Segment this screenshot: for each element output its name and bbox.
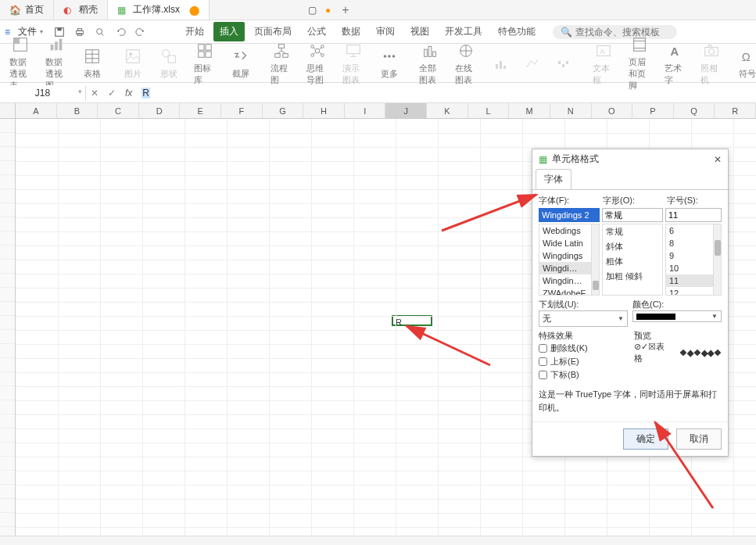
tab-document[interactable]: 工作簿.xlsx⬤ (108, 0, 210, 20)
row-header[interactable] (0, 358, 15, 372)
grp-present-chart[interactable]: 演示图表 (338, 39, 369, 88)
row-header[interactable] (0, 217, 15, 231)
font-input[interactable] (539, 208, 600, 222)
grp-shapes[interactable]: 形状 (153, 45, 185, 81)
list-item[interactable]: Wingdin… (539, 274, 599, 287)
list-item[interactable]: ZWAdobeF (539, 287, 599, 296)
formula-input[interactable]: R (137, 85, 756, 101)
column-header[interactable]: H (303, 103, 345, 118)
size-list[interactable]: 6 8 9 10 11 12 (665, 224, 722, 296)
tab-daoke[interactable]: 稻壳 (54, 0, 108, 20)
column-header[interactable]: I (345, 103, 386, 118)
row-header[interactable] (0, 161, 15, 175)
column-header[interactable]: O (592, 103, 633, 118)
row-header[interactable] (0, 428, 15, 443)
grp-online-charts[interactable]: 在线图表 (450, 39, 482, 88)
chk-sub-box[interactable] (539, 371, 547, 379)
row-header[interactable] (0, 133, 15, 147)
search-input[interactable] (575, 27, 669, 38)
grp-camera[interactable]: 照相机 (696, 39, 727, 88)
row-header[interactable] (0, 260, 15, 274)
row-header[interactable] (0, 203, 15, 217)
name-box[interactable]: J18 (0, 85, 86, 101)
row-header[interactable] (0, 316, 15, 330)
cancel-button[interactable]: 取消 (676, 428, 722, 450)
row-header[interactable] (0, 119, 15, 133)
row-header[interactable] (0, 485, 15, 499)
redo-icon[interactable] (132, 23, 149, 41)
column-header[interactable]: Q (674, 103, 715, 118)
column-header[interactable]: B (57, 103, 99, 118)
column-header[interactable]: F (221, 103, 263, 118)
chk-super-box[interactable] (539, 357, 547, 366)
size-input[interactable] (665, 208, 722, 222)
print-preview-icon[interactable] (91, 23, 109, 41)
row-header[interactable] (0, 400, 15, 414)
font-list[interactable]: Webdings Wide Latin Wingdings Wingdi… Wi… (539, 224, 600, 296)
menu-review[interactable]: 审阅 (370, 22, 401, 41)
grp-more[interactable]: 更多 (374, 45, 405, 81)
column-header[interactable]: K (427, 103, 468, 118)
chk-strike[interactable]: 删除线(K) (539, 342, 626, 355)
row-header[interactable] (0, 189, 15, 203)
row-header[interactable] (0, 274, 15, 288)
grp-sparkline-line[interactable] (518, 52, 547, 75)
row-header[interactable] (0, 344, 15, 358)
list-item[interactable]: Wide Latin (539, 237, 599, 249)
undo-icon[interactable] (112, 23, 129, 41)
color-dropdown[interactable]: ▼ (632, 310, 722, 322)
style-input[interactable] (602, 208, 663, 222)
style-list[interactable]: 常规 斜体 粗体 加粗 倾斜 (602, 224, 663, 296)
grp-table[interactable]: 表格 (77, 45, 108, 81)
row-header[interactable] (0, 372, 15, 386)
list-item[interactable]: Webdings (539, 224, 599, 237)
row-header[interactable] (0, 414, 15, 428)
column-header[interactable]: J (385, 103, 427, 118)
cancel-edit-icon[interactable]: ✕ (86, 88, 103, 99)
close-icon[interactable]: ✕ (714, 154, 722, 165)
row-header[interactable] (0, 175, 15, 189)
print-icon[interactable] (71, 23, 88, 41)
row-header[interactable] (0, 302, 15, 316)
grp-mindmap[interactable]: 思维导图 (302, 39, 333, 88)
grp-textbox[interactable]: A文本框 (588, 39, 619, 88)
scrollbar[interactable] (713, 224, 721, 295)
search-box[interactable]: 🔍 (553, 25, 677, 39)
row-header[interactable] (0, 231, 15, 246)
row-header[interactable] (0, 246, 15, 260)
row-header[interactable] (0, 147, 15, 161)
column-header[interactable]: M (509, 103, 550, 118)
fx-icon[interactable]: fx (120, 88, 137, 99)
grp-sparkline-bar[interactable] (486, 52, 516, 75)
grp-pivot-chart[interactable]: 数据透视图 (41, 33, 72, 93)
new-tab-button[interactable]: + (331, 3, 360, 17)
active-cell[interactable]: R (392, 315, 432, 326)
chk-super[interactable]: 上标(E) (539, 355, 626, 368)
list-item[interactable]: 斜体 (603, 239, 662, 254)
grp-symbol[interactable]: Ω符号 (732, 45, 756, 81)
tab-home[interactable]: 首页 (0, 0, 54, 20)
menu-special[interactable]: 特色功能 (492, 22, 542, 41)
grp-header-footer[interactable]: 页眉和页脚 (624, 33, 655, 93)
grp-picture[interactable]: 图片 (117, 45, 149, 81)
sheet-tabs[interactable] (0, 536, 756, 545)
column-header[interactable]: G (263, 103, 304, 118)
accept-edit-icon[interactable]: ✓ (103, 88, 120, 99)
column-header[interactable]: D (139, 103, 181, 118)
dialog-tab-font[interactable]: 字体 (536, 169, 571, 189)
list-item[interactable]: 常规 (603, 224, 662, 239)
ok-button[interactable]: 确定 (623, 428, 668, 450)
list-item[interactable]: Wingdings (539, 249, 599, 262)
row-header[interactable] (0, 499, 15, 513)
row-header[interactable] (0, 330, 15, 344)
grp-flowchart[interactable]: 流程图 (266, 39, 297, 88)
select-all-corner[interactable] (0, 103, 16, 119)
column-header[interactable]: R (715, 103, 756, 118)
column-header[interactable]: L (468, 103, 510, 118)
column-header[interactable]: N (550, 103, 592, 118)
grp-sparkline-winloss[interactable] (549, 52, 579, 75)
grp-all-charts[interactable]: 全部图表 (414, 39, 446, 88)
list-item[interactable]: 粗体 (603, 254, 662, 269)
row-header[interactable] (0, 513, 15, 527)
grp-wordart[interactable]: A艺术字 (660, 39, 691, 88)
